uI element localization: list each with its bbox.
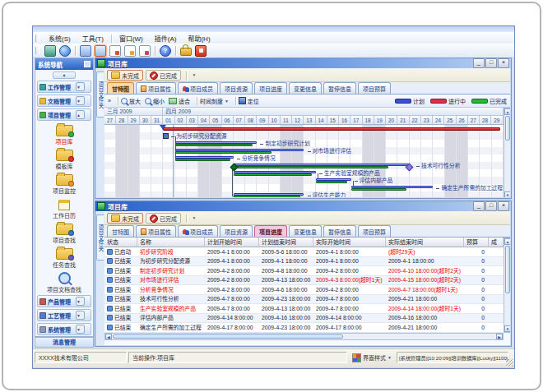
filter-已完成[interactable]: 已完成 [146, 213, 181, 224]
scroll-left-button[interactable]: ◀ [105, 334, 112, 339]
tab-变更信息[interactable]: 变更信息 [289, 82, 322, 94]
table-row[interactable]: 已结束生产实验室规模的产品2009-4-7 8:00:002009-4-13 1… [104, 304, 504, 314]
scroll-right-button[interactable]: ▶ [496, 334, 503, 339]
sidebar-group-文档管理[interactable]: 文档管理▼ [37, 95, 91, 107]
tab-项目属性[interactable]: 项目属性 [136, 82, 176, 94]
report-add-icon[interactable] [109, 45, 121, 57]
tab-项目进度[interactable]: 项目进度 [254, 82, 287, 94]
sidebar-item-项目监控[interactable]: 项目监控 [35, 170, 93, 195]
minimize-button[interactable]: _ [473, 201, 485, 211]
close-button[interactable]: × [498, 201, 509, 211]
filter-未完成[interactable]: 未完成 [107, 70, 143, 81]
tab-项目属性[interactable]: 项目属性 [136, 225, 176, 237]
sidebar-item-项目库[interactable]: 项目库 [35, 121, 93, 145]
sidebar-item-项目文档查找[interactable]: 项目文档查找 [35, 269, 93, 293]
chevron-down-icon[interactable]: ▼ [76, 297, 85, 306]
sidebar-group-项目管理[interactable]: 项目管理▲ [37, 108, 91, 121]
tab-project-folder[interactable]: 项目文件夹 [96, 71, 104, 118]
sidebar-group-工作管理[interactable]: 工作管理▼ [37, 81, 91, 93]
menu-item-2[interactable]: 工具(T) [77, 33, 109, 44]
gantt-vertical-scrollbar[interactable]: ▲▼ [504, 108, 510, 197]
gantt-bar-评估生产能力[interactable] [234, 193, 304, 198]
table-row[interactable]: 已结束制定初步研究计划2009-4-2 8:00:002009-4-8 18:0… [104, 266, 504, 276]
restore-button[interactable]: □ [485, 58, 497, 68]
scroll-down-button[interactable]: ▼ [504, 325, 510, 332]
scroll-thumb[interactable] [113, 334, 343, 339]
column-header-名称[interactable]: 名称 [137, 238, 205, 247]
save-icon[interactable] [95, 45, 106, 57]
sidebar-item-工作日历[interactable]: 工作日历 [35, 195, 93, 219]
tab-甘特图[interactable]: 甘特图 [107, 82, 134, 94]
menu-item-5[interactable]: 帮助(H) [182, 33, 216, 44]
chevron-down-icon[interactable]: ▼ [76, 325, 85, 334]
table-row[interactable]: 已结束分析竞争情况2009-4-2 8:00:002009-4-6 18:00:… [104, 285, 504, 295]
tab-暂停信息[interactable]: 暂停信息 [323, 82, 356, 94]
sidebar-item-项目查找[interactable]: 项目查找 [35, 219, 93, 244]
tab-项目预算[interactable]: 项目预算 [358, 82, 391, 94]
globe-icon[interactable] [59, 45, 71, 57]
chevron-up-icon[interactable]: ▲ [76, 110, 85, 119]
table-row[interactable]: 已结束对市场进行评估2009-4-2 8:00:002009-4-13 18:0… [104, 276, 504, 286]
table-row[interactable]: 已结束为初步研究分配资源2009-4-1 8:00:002009-4-1 18:… [104, 257, 504, 267]
zoom-in-button[interactable]: 放大 [121, 97, 141, 105]
column-header-预算[interactable]: 预算 [464, 238, 489, 247]
tab-变更信息[interactable]: 变更信息 [289, 225, 322, 237]
gantt-bar-生产实验室规模的产品[interactable] [234, 171, 316, 178]
tab-暂停信息[interactable]: 暂停信息 [323, 225, 356, 237]
gantt-bar-对市场进行评估[interactable] [175, 149, 304, 155]
sidebar-group-产品管理[interactable]: 产品管理▼ [37, 295, 91, 307]
column-header-成[interactable]: 成 [489, 238, 504, 247]
report-edit-icon[interactable] [124, 45, 136, 57]
filter-more-button[interactable]: ▼ [189, 71, 199, 81]
filter-未完成[interactable]: 未完成 [107, 213, 143, 224]
column-header-计划开始时间[interactable]: 计划开始时间 [205, 238, 259, 247]
column-header-计划结束时间[interactable]: 计划结束时间 [259, 238, 313, 247]
help-icon[interactable]: ? [160, 45, 171, 57]
filter-已完成[interactable]: 已完成 [146, 70, 181, 81]
timescale-button[interactable]: 时间刻度▼ [200, 97, 229, 105]
restore-button[interactable]: □ [485, 201, 497, 211]
tab-项目预算[interactable]: 项目预算 [358, 225, 391, 237]
sidebar-collapse-button[interactable]: ▲ [53, 71, 76, 79]
minimize-button[interactable]: _ [473, 58, 485, 68]
menu-item-1[interactable]: 系统(S) [43, 33, 77, 44]
scroll-up-button[interactable]: ▲ [504, 108, 510, 115]
chevron-down-icon[interactable]: ▼ [76, 96, 85, 105]
locate-button[interactable]: 定位 [239, 97, 259, 105]
tab-项目成员[interactable]: 项目成员 [178, 225, 218, 237]
table-vertical-scrollbar[interactable]: ▲▼ [504, 238, 510, 333]
more-button[interactable]: » [108, 98, 111, 104]
exit-icon[interactable] [195, 45, 207, 57]
gantt-bar-分析竞争情况[interactable] [175, 156, 234, 163]
menu-item-3[interactable]: 窗口(W) [114, 33, 149, 44]
table-row[interactable]: 已结束技术可行性分析2009-4-7 8:00:002009-4-23 18:0… [104, 295, 504, 305]
table-horizontal-scrollbar[interactable]: ◀▶ [104, 333, 504, 340]
tab-项目资源[interactable]: 项目资源 [220, 225, 253, 237]
column-header-实际结束时间[interactable]: 实际结束时间 [386, 238, 464, 247]
sidebar-group-工艺管理[interactable]: 工艺管理▼ [37, 309, 91, 321]
table-row[interactable]: 已结束确定生产所需的加工过程2009-4-17 8:00:002009-4-23… [104, 323, 504, 333]
gantt-bar-评估内部产品[interactable] [316, 178, 351, 185]
filter-more-button[interactable]: ▼ [189, 214, 199, 224]
tab-甘特图[interactable]: 甘特图 [107, 225, 134, 237]
scroll-thumb[interactable] [505, 116, 510, 141]
table-row[interactable]: 已启动初步研究阶段2009-4-1 8:00:002009-5-6 18:00:… [104, 247, 504, 257]
window-titlebar[interactable]: 项目库 _□× [95, 58, 511, 68]
tab-项目进度[interactable]: 项目进度 [254, 225, 287, 237]
lock-icon[interactable] [180, 48, 192, 56]
sidebar-group-系统管理[interactable]: 系统管理▼ [37, 323, 91, 335]
scroll-up-button[interactable]: ▲ [504, 238, 510, 245]
gantt-bar-确定生产所需的加工过程[interactable] [351, 186, 434, 192]
gantt-bar-初步研究阶段[interactable] [163, 127, 500, 131]
menu-item-4[interactable]: 插件(A) [149, 33, 183, 44]
tab-项目成员[interactable]: 项目成员 [178, 82, 218, 94]
chevron-down-icon[interactable]: ▼ [76, 311, 85, 320]
chevron-down-icon[interactable]: ▼ [76, 82, 85, 91]
sidebar-item-模板库[interactable]: 模板库 [35, 145, 93, 170]
resize-grip[interactable] [506, 359, 513, 367]
gantt-chart[interactable]: 为初步研究分配资源制定初步研究计划对市场进行评估分析竞争情况技术可行性分析生产实… [104, 125, 504, 197]
zoom-out-button[interactable]: 缩小 [145, 97, 165, 105]
column-header-实际开始时间[interactable]: 实际开始时间 [313, 238, 386, 247]
tab-项目资源[interactable]: 项目资源 [220, 82, 253, 94]
gantt-bar-为初步研究分配资源[interactable] [163, 133, 169, 139]
